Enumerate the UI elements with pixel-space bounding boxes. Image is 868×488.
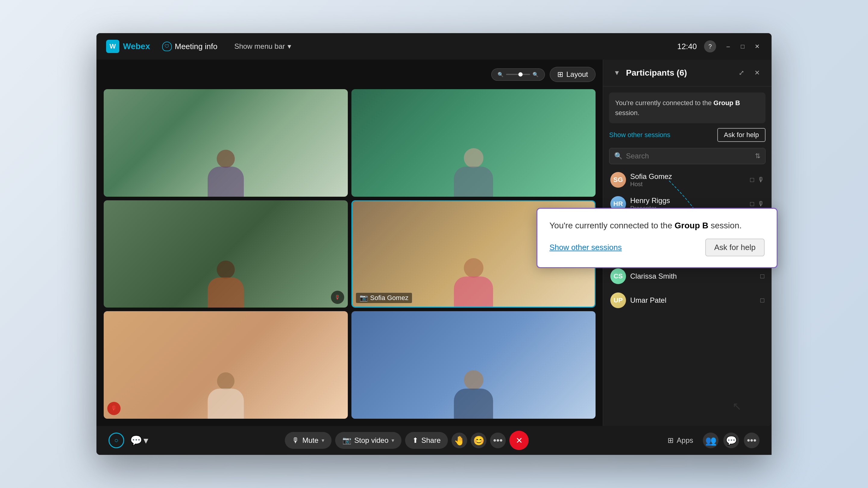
close-button[interactable]: ✕ [752, 41, 762, 51]
muted-badge-3: 🎙 [331, 291, 344, 304]
maximize-button[interactable]: □ [738, 41, 747, 51]
share-button[interactable]: ⬆ Share [405, 432, 448, 449]
session-group-name: Group B [713, 99, 740, 107]
session-text-prefix: You're currently connected to the [615, 99, 712, 107]
show-sessions-link[interactable]: Show other sessions [609, 131, 670, 139]
toolbar-center: 🎙 Mute ▾ 📷 Stop video ▾ ⬆ Share 🤚 😊 ••• … [156, 431, 658, 450]
video-cell-3: 🎙 [104, 200, 348, 308]
title-bar-right: 12:40 ? – □ ✕ [677, 40, 762, 53]
camera-small-icon: 📷 [360, 294, 368, 302]
avatar-umar: UP [610, 293, 626, 308]
stop-video-chevron-icon: ▾ [392, 437, 394, 444]
zoom-slider[interactable] [506, 74, 530, 75]
chat-chevron-icon: ▾ [144, 435, 148, 446]
layout-label: Layout [566, 70, 588, 78]
participants-button[interactable]: 👥 [703, 432, 718, 448]
mic-button-icon: 🎙 [292, 436, 299, 445]
search-input[interactable] [626, 152, 751, 160]
time-display: 12:40 [677, 42, 697, 51]
video-controls-top: 🔍 🔍 ⊞ Layout [104, 67, 595, 82]
apps-button[interactable]: ⊞ Apps [663, 433, 698, 448]
meeting-info-label: Meeting info [175, 42, 218, 51]
participant-icons-sofia: □ 🎙 [750, 176, 764, 184]
tooltip-actions: Show other sessions Ask for help [550, 238, 765, 256]
participant-item-sofia[interactable]: SG Sofia Gomez Host □ 🎙 [607, 168, 768, 192]
sort-button[interactable]: ⇅ [755, 152, 761, 160]
layout-button[interactable]: ⊞ Layout [550, 67, 595, 82]
participant-role-sofia: Host [630, 181, 746, 188]
session-banner: You're currently connected to the Group … [609, 93, 766, 123]
panel-close-button[interactable]: ✕ [751, 67, 763, 79]
reaction-button[interactable]: 🤚 [452, 432, 467, 448]
participant-name-clarissa: Clarissa Smith [630, 272, 756, 281]
panel-title: Participants (6) [626, 68, 732, 78]
video-cell-6 [351, 311, 595, 419]
avatar-sofia: SG [610, 172, 626, 188]
panel-collapse-button[interactable]: ▼ [612, 67, 622, 78]
tooltip-popup: You're currently connected to the Group … [536, 208, 778, 268]
participant-icons-umar: □ [761, 296, 764, 304]
mute-label: Mute [302, 436, 318, 445]
zoom-control[interactable]: 🔍 🔍 [491, 68, 545, 81]
more-options-button[interactable]: ••• [744, 432, 760, 448]
stop-video-button[interactable]: 📷 Stop video ▾ [335, 432, 401, 449]
status-indicator: ○ [108, 432, 124, 448]
avatar-clarissa: CS [610, 268, 626, 284]
toolbar-right: ⊞ Apps 👥 💬 ••• [663, 432, 760, 448]
search-bar: 🔍 ⇅ [609, 148, 766, 164]
mute-button[interactable]: 🎙 Mute ▾ [285, 432, 331, 449]
share-label: Share [421, 436, 441, 445]
apps-label: Apps [677, 436, 693, 445]
stop-video-label: Stop video [354, 436, 389, 445]
end-call-icon: ✕ [516, 435, 523, 446]
muted-badge-5: 🎙 [107, 402, 121, 415]
show-menu-label: Show menu bar [234, 42, 285, 51]
zoom-in-icon[interactable]: 🔍 [532, 72, 538, 77]
title-bar: W Webex 🛡 Meeting info Show menu bar ▾ 1… [96, 33, 772, 60]
webex-logo: W Webex [106, 40, 150, 53]
chat-button[interactable]: 💬 ▾ [128, 432, 151, 449]
participant-info-umar: Umar Patel [630, 296, 756, 304]
session-banner-actions: Show other sessions Ask for help [603, 126, 772, 145]
participant-name-sofia: Sofia Gomez [630, 172, 746, 181]
show-menu-button[interactable]: Show menu bar ▾ [229, 40, 296, 53]
panel-header: ▼ Participants (6) ⤢ ✕ [603, 60, 772, 87]
tooltip-prefix: You're currently connected to the [550, 221, 672, 230]
end-call-button[interactable]: ✕ [509, 431, 529, 450]
tooltip-show-sessions-link[interactable]: Show other sessions [550, 243, 622, 252]
session-text-suffix: session. [615, 109, 640, 117]
participant-name-umar: Umar Patel [630, 296, 756, 304]
video-button-icon: 📷 [342, 436, 351, 445]
shield-icon: 🛡 [162, 41, 172, 51]
chat-toolbar-button[interactable]: 💬 [723, 432, 739, 448]
search-icon: 🔍 [614, 152, 622, 160]
camera-icon-umar: □ [761, 296, 764, 304]
ask-help-button[interactable]: Ask for help [717, 128, 766, 142]
help-button[interactable]: ? [704, 40, 716, 53]
more-button[interactable]: ••• [490, 432, 506, 448]
bottom-toolbar: ○ 💬 ▾ 🎙 Mute ▾ 📷 Stop video ▾ ⬆ Share 🤚 [96, 426, 772, 455]
meeting-info-button[interactable]: 🛡 Meeting info [157, 39, 222, 54]
effects-button[interactable]: 😊 [471, 432, 487, 448]
video-label-sofia: 📷 Sofia Gomez [356, 293, 412, 303]
tooltip-ask-help-button[interactable]: Ask for help [705, 238, 765, 256]
mic-icon-henry: 🎙 [758, 200, 764, 208]
participant-icons-clarissa: □ [761, 272, 764, 280]
video-cell-1 [104, 89, 348, 197]
chevron-down-icon: ▾ [287, 42, 291, 51]
mute-chevron-icon: ▾ [321, 437, 324, 444]
participants-list: SG Sofia Gomez Host □ 🎙 HR Henry Riggs [603, 168, 772, 426]
participant-info-sofia: Sofia Gomez Host [630, 172, 746, 188]
camera-icon-clarissa: □ [761, 272, 764, 280]
zoom-out-icon[interactable]: 🔍 [498, 72, 504, 77]
share-icon: ⬆ [412, 436, 418, 445]
panel-actions: ⤢ ✕ [735, 67, 763, 79]
video-cell-2 [351, 89, 595, 197]
tooltip-suffix: session. [711, 221, 742, 230]
panel-expand-button[interactable]: ⤢ [735, 67, 747, 79]
participant-item-umar[interactable]: UP Umar Patel □ [607, 288, 768, 313]
video-grid: 🎙 📷 Sofia Gomez [104, 89, 595, 419]
minimize-button[interactable]: – [723, 41, 733, 51]
participant-icons-henry: □ 🎙 [750, 200, 764, 208]
chat-icon: 💬 [130, 435, 142, 446]
